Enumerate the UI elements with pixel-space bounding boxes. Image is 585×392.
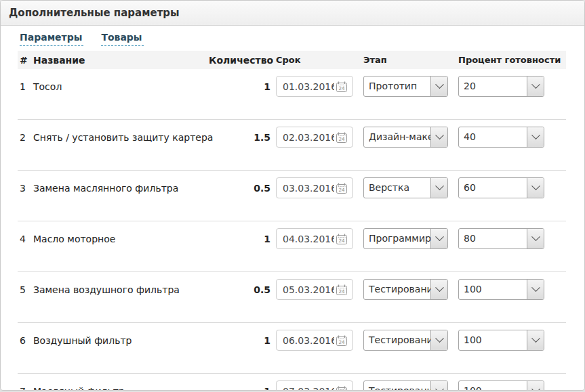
stage-select[interactable]: Прототип	[363, 76, 448, 97]
date-input[interactable]: 24	[276, 380, 353, 391]
svg-text:24: 24	[338, 85, 345, 91]
row-index: 2	[18, 132, 33, 143]
row-quantity: 1	[209, 234, 270, 244]
stage-select-value: Тестирование	[364, 381, 430, 391]
stage-select-value: Дизайн-макет	[364, 127, 430, 147]
row-name: Масло моторное	[33, 234, 209, 244]
header-name: Название	[33, 55, 209, 66]
row-quantity: 0.5	[209, 183, 270, 194]
percent-select-value: 100	[459, 330, 527, 350]
stage-select-value: Верстка	[364, 178, 430, 198]
row-index: 7	[18, 386, 33, 391]
stage-select[interactable]: Дизайн-макет	[363, 127, 448, 148]
percent-select-value: 60	[459, 178, 527, 198]
tab-bar: Параметры Товары	[20, 32, 584, 46]
stage-select[interactable]: Программирование	[363, 228, 448, 249]
stage-select-value: Тестирование	[364, 280, 430, 299]
table-body: 1 Тосол 1 24 Прототип	[18, 76, 566, 391]
date-input[interactable]: 24	[276, 76, 353, 97]
date-input-field[interactable]	[283, 132, 334, 143]
table-row: 7 Масляный фильтр 1 24 Тестирован	[18, 380, 566, 391]
calendar-icon[interactable]: 24	[336, 183, 348, 194]
calendar-icon[interactable]: 24	[336, 81, 348, 92]
chevron-down-icon	[430, 77, 447, 96]
table-row: 4 Масло моторное 1 24 Программиро	[18, 228, 566, 272]
calendar-icon[interactable]: 24	[336, 284, 348, 295]
date-input-field[interactable]	[283, 81, 334, 92]
row-name: Тосол	[33, 81, 209, 92]
percent-select[interactable]: 100	[458, 279, 544, 300]
row-index: 1	[18, 81, 33, 92]
percent-select[interactable]: 100	[458, 330, 544, 351]
row-name: Снять / установить защиту картера	[33, 132, 209, 143]
stage-select[interactable]: Верстка	[363, 177, 448, 198]
date-input[interactable]: 24	[276, 279, 353, 300]
svg-text:24: 24	[338, 238, 345, 244]
date-input[interactable]: 24	[276, 330, 353, 351]
table-header: # Название Количество Срок Этап Процент …	[18, 51, 566, 69]
row-quantity: 1	[209, 335, 270, 346]
calendar-icon[interactable]: 24	[336, 132, 348, 143]
svg-text:24: 24	[338, 136, 345, 142]
stage-select[interactable]: Тестирование	[363, 279, 448, 300]
stage-select-value: Программирование	[364, 229, 430, 248]
percent-select[interactable]: 20	[458, 76, 544, 97]
additional-parameters-panel: Дополнительные параметры Параметры Товар…	[0, 0, 585, 391]
date-input-field[interactable]	[283, 335, 334, 346]
chevron-down-icon	[527, 330, 544, 350]
svg-text:24: 24	[338, 390, 345, 391]
chevron-down-icon	[527, 178, 544, 198]
row-index: 5	[18, 284, 33, 295]
table-row: 2 Снять / установить защиту картера 1.5 …	[18, 127, 566, 171]
calendar-icon[interactable]: 24	[336, 386, 348, 391]
stage-select[interactable]: Тестирование	[363, 380, 448, 391]
chevron-down-icon	[527, 280, 544, 299]
chevron-down-icon	[430, 229, 447, 248]
row-index: 6	[18, 335, 33, 346]
row-quantity: 1	[209, 386, 270, 391]
percent-select-value: 40	[459, 127, 527, 147]
chevron-down-icon	[527, 77, 544, 96]
table-row: 6 Воздушный фильтр 1 24 Тестирова	[18, 330, 566, 374]
date-input[interactable]: 24	[276, 177, 353, 198]
tab-parameters[interactable]: Параметры	[20, 32, 83, 46]
header-index: #	[18, 55, 33, 66]
table-row: 5 Замена воздушного фильтра 0.5 24	[18, 279, 566, 323]
row-name: Замена воздушного фильтра	[33, 284, 209, 295]
header-quantity: Количество	[209, 55, 270, 66]
date-input[interactable]: 24	[276, 228, 353, 249]
panel-title: Дополнительные параметры	[1, 1, 584, 26]
header-stage: Этап	[363, 55, 448, 65]
percent-select[interactable]: 60	[458, 177, 544, 198]
tab-products[interactable]: Товары	[101, 32, 143, 46]
header-term: Срок	[276, 55, 353, 65]
row-index: 3	[18, 183, 33, 194]
svg-text:24: 24	[338, 339, 345, 345]
percent-select[interactable]: 80	[458, 228, 544, 249]
chevron-down-icon	[430, 178, 447, 198]
date-input-field[interactable]	[283, 234, 334, 244]
date-input-field[interactable]	[283, 183, 334, 194]
row-name: Замена маслянного фильтра	[33, 183, 209, 194]
svg-text:24: 24	[338, 288, 345, 295]
date-input-field[interactable]	[283, 386, 334, 391]
row-quantity: 1	[209, 81, 270, 92]
calendar-icon[interactable]: 24	[336, 335, 348, 346]
date-input[interactable]: 24	[276, 127, 353, 148]
svg-text:24: 24	[338, 187, 345, 193]
stage-select[interactable]: Тестирование	[363, 330, 448, 351]
table-row: 1 Тосол 1 24 Прототип	[18, 76, 566, 120]
row-quantity: 0.5	[209, 284, 270, 295]
chevron-down-icon	[430, 280, 447, 299]
percent-select[interactable]: 40	[458, 127, 544, 148]
percent-select[interactable]: 100	[458, 380, 544, 391]
row-name: Масляный фильтр	[33, 386, 209, 391]
date-input-field[interactable]	[283, 284, 334, 295]
percent-select-value: 80	[459, 229, 527, 248]
percent-select-value: 100	[459, 280, 527, 299]
row-quantity: 1.5	[209, 132, 270, 143]
chevron-down-icon	[527, 229, 544, 248]
chevron-down-icon	[430, 330, 447, 350]
chevron-down-icon	[430, 381, 447, 391]
calendar-icon[interactable]: 24	[336, 234, 348, 244]
